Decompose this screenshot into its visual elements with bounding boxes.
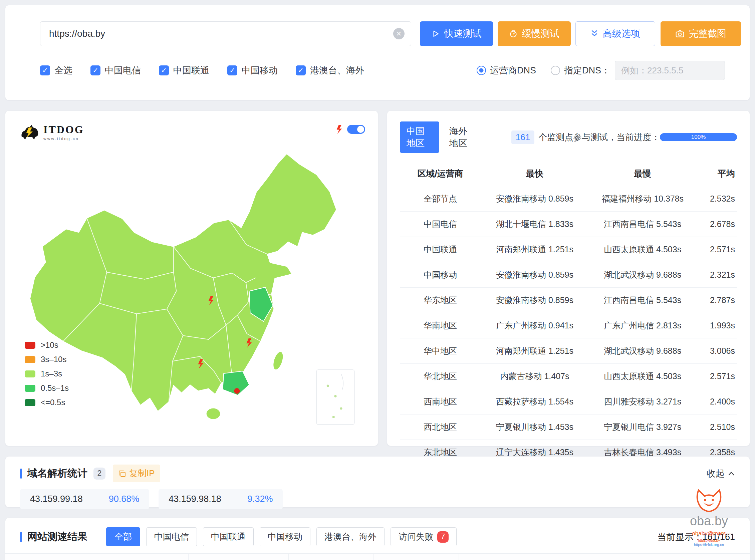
- cell-fastest: 安徽淮南移动 0.859s: [481, 186, 589, 212]
- chevron-up-icon: [728, 471, 735, 477]
- cell-average: 2.321s: [697, 262, 737, 288]
- ip-address: 43.159.99.18: [30, 494, 83, 504]
- cell-region: 中国电信: [400, 212, 481, 237]
- cell-region: 华中地区: [400, 338, 481, 364]
- col-header-slowest: 最慢: [589, 162, 697, 186]
- ip-entry[interactable]: 43.159.98.18 9.32%: [159, 489, 283, 509]
- checkbox-checked-icon: ✓: [159, 65, 169, 75]
- custom-dns-input[interactable]: [615, 61, 725, 80]
- table-row[interactable]: 西北地区宁夏银川移动 1.453s宁夏银川电信 3.927s2.510s: [400, 415, 737, 440]
- legend-item: 3s–10s: [25, 355, 69, 364]
- collapse-button[interactable]: 收起: [707, 467, 735, 480]
- cell-slowest: 湖北武汉移动 9.688s: [589, 262, 697, 288]
- checkbox-hmt-overseas[interactable]: ✓ 港澳台、海外: [296, 64, 364, 76]
- cell-average: 2.532s: [697, 186, 737, 212]
- china-mainland[interactable]: [30, 154, 336, 412]
- full-screenshot-button[interactable]: 完整截图: [660, 21, 741, 46]
- cell-fastest: 河南郑州联通 1.251s: [481, 338, 589, 364]
- filter-china-telecom[interactable]: 中国电信: [146, 527, 197, 546]
- radio-carrier-dns[interactable]: 运营商DNS: [477, 64, 536, 76]
- checkbox-china-telecom[interactable]: ✓ 中国电信: [91, 64, 141, 76]
- filter-all[interactable]: 全部: [106, 527, 140, 546]
- table-row[interactable]: 中国电信湖北十堰电信 1.833s江西南昌电信 5.543s2.678s: [400, 212, 737, 237]
- failed-count-badge: 7: [437, 531, 449, 543]
- dns-count-badge: 2: [94, 467, 105, 480]
- result-filters: 全部 中国电信 中国联通 中国移动 港澳台、海外 访问失败 7: [106, 527, 457, 546]
- slow-node-dot: [234, 388, 240, 394]
- table-row[interactable]: 西南地区西藏拉萨移动 1.554s四川雅安移动 3.271s2.400s: [400, 389, 737, 415]
- table-row[interactable]: 中国联通河南郑州联通 1.251s山西太原联通 4.503s2.571s: [400, 237, 737, 262]
- filter-failed[interactable]: 访问失败 7: [391, 527, 457, 546]
- watermark-site: oba.by: [682, 514, 736, 528]
- tab-overseas-region[interactable]: 海外地区: [449, 125, 475, 149]
- checkbox-checked-icon: ✓: [40, 65, 50, 75]
- cell-slowest: 山西太原联通 4.503s: [589, 237, 697, 262]
- itdog-logo: ITDOG www.itdog.cn: [19, 123, 84, 141]
- south-china-sea-inset: [316, 370, 355, 425]
- slow-test-label: 缓慢测试: [522, 27, 559, 40]
- dns-stats-title: 域名解析统计: [27, 466, 87, 480]
- table-row[interactable]: 华北地区内蒙古移动 1.407s山西太原联通 4.503s2.571s: [400, 364, 737, 389]
- section-accent-bar: [20, 468, 22, 479]
- filter-china-mobile[interactable]: 中国移动: [260, 527, 311, 546]
- legend-item: 1s–3s: [25, 369, 69, 378]
- legend-swatch-darkgreen: [25, 399, 35, 406]
- cell-fastest: 内蒙古移动 1.407s: [481, 364, 589, 389]
- clear-input-icon[interactable]: ✕: [393, 28, 404, 39]
- itdog-dog-icon: [19, 123, 40, 141]
- map-mode-toggle[interactable]: [347, 125, 365, 134]
- tab-china-region[interactable]: 中国地区: [400, 121, 439, 153]
- table-row[interactable]: 华东地区安徽淮南移动 0.859s江西南昌电信 5.543s2.787s: [400, 288, 737, 313]
- checkbox-label: 全选: [54, 64, 73, 76]
- checkbox-china-unicom[interactable]: ✓ 中国联通: [159, 64, 209, 76]
- cell-region: 中国联通: [400, 237, 481, 262]
- slow-test-button[interactable]: 缓慢测试: [498, 21, 571, 46]
- dns-stats-panel: 域名解析统计 2 复制IP 收起 43.159.99.18 90.68% 43.…: [5, 457, 750, 507]
- legend-item: >10s: [25, 340, 69, 350]
- checkbox-select-all[interactable]: ✓ 全选: [40, 64, 73, 76]
- cell-slowest: 宁夏银川电信 3.927s: [589, 415, 697, 440]
- col-header-average: 平均: [697, 162, 737, 186]
- radio-label: 指定DNS：: [564, 64, 610, 76]
- cell-region: 华东地区: [400, 288, 481, 313]
- copy-ip-button[interactable]: 复制IP: [113, 464, 160, 482]
- monitor-text: 个监测点参与测试，当前进度：: [538, 132, 660, 143]
- legend-label: 0.5s–1s: [41, 383, 69, 393]
- checkbox-label: 中国联通: [173, 64, 209, 76]
- radio-custom-dns[interactable]: 指定DNS：: [551, 64, 610, 76]
- radio-label: 运营商DNS: [490, 64, 536, 76]
- table-row[interactable]: 全部节点安徽淮南移动 0.859s福建福州移动 10.378s2.532s: [400, 186, 737, 212]
- url-input[interactable]: [40, 21, 411, 46]
- province-hainan[interactable]: [206, 408, 221, 420]
- advanced-options-button[interactable]: 高级选项: [575, 21, 655, 46]
- filter-label: 中国电信: [154, 531, 189, 543]
- filter-label: 中国移动: [268, 531, 302, 543]
- ip-address: 43.159.98.18: [168, 494, 221, 504]
- cell-fastest: 安徽淮南移动 0.859s: [481, 288, 589, 313]
- fast-test-button[interactable]: 快速测试: [420, 21, 493, 46]
- checkbox-label: 中国电信: [105, 64, 141, 76]
- cell-region: 全部节点: [400, 186, 481, 212]
- filter-hmt-overseas[interactable]: 港澳台、海外: [316, 527, 384, 546]
- table-row[interactable]: 华南地区广东广州移动 0.941s广东广州电信 2.813s1.993s: [400, 313, 737, 338]
- table-header-row: 区域/运营商 最快 最慢 平均: [400, 162, 737, 186]
- lightning-icon: [336, 125, 342, 134]
- cut-cell: [629, 554, 750, 560]
- filter-china-unicom[interactable]: 中国联通: [203, 527, 254, 546]
- legend-label: 3s–10s: [41, 355, 66, 364]
- cell-region: 中国移动: [400, 262, 481, 288]
- legend-swatch-red: [25, 342, 35, 349]
- checkbox-china-mobile[interactable]: ✓ 中国移动: [227, 64, 278, 76]
- results-table: 区域/运营商 最快 最慢 平均 全部节点安徽淮南移动 0.859s福建福州移动 …: [400, 162, 737, 490]
- table-row[interactable]: 华中地区河南郑州联通 1.251s湖北武汉移动 9.688s3.006s: [400, 338, 737, 364]
- legend-label: >10s: [41, 340, 58, 350]
- cell-slowest: 湖北武汉移动 9.688s: [589, 338, 697, 364]
- section-accent-bar: [20, 532, 22, 542]
- timer-icon: [509, 29, 518, 38]
- table-row[interactable]: 中国移动安徽淮南移动 0.859s湖北武汉移动 9.688s2.321s: [400, 262, 737, 288]
- cell-fastest: 西藏拉萨移动 1.554s: [481, 389, 589, 415]
- cell-fastest: 湖北十堰电信 1.833s: [481, 212, 589, 237]
- col-header-fastest: 最快: [481, 162, 589, 186]
- ip-entry[interactable]: 43.159.99.18 90.68%: [20, 489, 149, 509]
- province-taiwan[interactable]: [271, 351, 285, 371]
